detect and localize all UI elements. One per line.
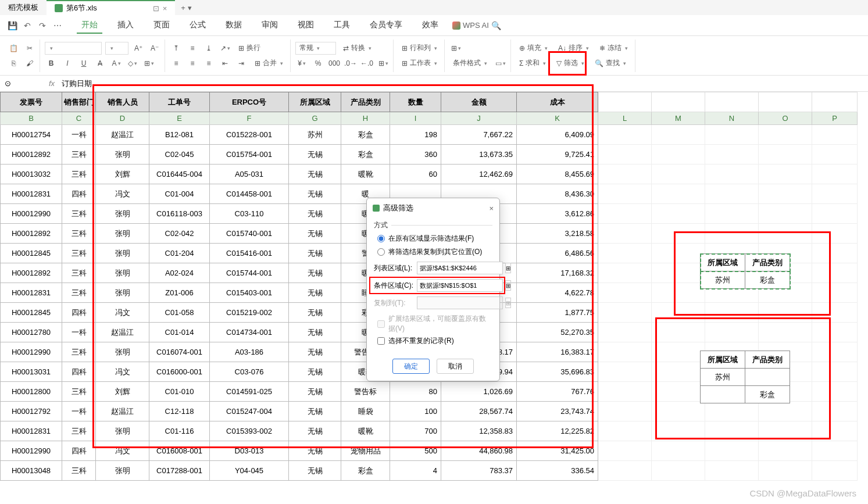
freeze-button[interactable]: ❄ 冻结 [596,42,631,55]
menu-review[interactable]: 审阅 [257,17,283,34]
cell[interactable]: C015247-004 [210,402,289,421]
table-row[interactable]: H00013048三科张明C017288-001Y04-045无锡彩盒4783.… [1,461,858,481]
cell[interactable]: C015228-001 [210,125,289,145]
col-header[interactable]: H [341,112,390,125]
cell[interactable]: 一科 [62,125,96,145]
currency-icon[interactable]: ¥ [295,57,308,70]
cell[interactable]: C016008-001 [149,441,210,461]
col-header[interactable]: F [210,112,289,125]
cell[interactable]: 赵温江 [96,402,149,421]
cell[interactable]: 三科 [62,204,96,224]
cell[interactable]: 四科 [62,184,96,204]
tab-template[interactable]: 稻壳模板 [0,0,47,15]
cell[interactable]: 无锡 [289,402,341,421]
cell[interactable]: 3,612.86 [517,204,598,224]
menu-efficiency[interactable]: 效率 [417,17,443,34]
cell[interactable]: H00012892 [1,224,62,244]
col-header[interactable]: O [759,112,812,125]
cell[interactable]: 无锡 [289,165,341,184]
col-header[interactable]: B [1,112,62,125]
cell[interactable]: C016074-001 [149,342,210,362]
cell[interactable]: 赵温江 [96,323,149,342]
cell[interactable]: 767.76 [517,382,598,402]
cell[interactable]: 张明 [96,204,149,224]
cell[interactable]: 3,218.58 [517,224,598,244]
cell[interactable]: 12,225.82 [517,421,598,441]
rowcol-button[interactable]: ⊞ 行和列 [398,42,441,55]
cell[interactable]: 12,462.69 [441,165,517,184]
cell[interactable]: H00013048 [1,461,62,481]
cell[interactable]: 彩盒 [341,125,390,145]
cell[interactable]: 彩盒 [341,145,390,165]
cell[interactable]: Y04-045 [210,461,289,481]
cell[interactable]: 张明 [96,263,149,283]
cell[interactable]: 无锡 [289,224,341,244]
cell[interactable]: H00012800 [1,382,62,402]
cell[interactable]: 张明 [96,342,149,362]
cell[interactable]: 暖靴 [341,421,390,441]
cell[interactable]: H00013032 [1,165,62,184]
type-convert-icon[interactable]: ⊞ [377,57,390,70]
crit2-r0c1[interactable] [745,369,790,386]
menu-formula[interactable]: 公式 [185,17,210,34]
cell[interactable]: 苏州 [289,125,341,145]
cell[interactable]: 三科 [62,382,96,402]
col-header[interactable]: L [598,112,652,125]
cell[interactable]: 三科 [62,283,96,303]
cell[interactable]: 三科 [62,421,96,441]
merge-button[interactable]: ⊞ 合并 [251,57,287,70]
cell[interactable]: 52,270.35 [517,323,598,342]
cell[interactable]: 4,622.78 [517,283,598,303]
cell[interactable]: H00012845 [1,303,62,323]
cell[interactable]: C01-004 [149,184,210,204]
cell[interactable]: 四科 [62,441,96,461]
cell[interactable]: C015754-001 [210,145,289,165]
cell[interactable]: 张明 [96,421,149,441]
cut-icon[interactable]: ✂ [23,42,36,55]
cell[interactable]: 冯文 [96,362,149,382]
name-box[interactable]: ⊙ [5,79,45,88]
cell[interactable]: C02-042 [149,224,210,244]
cell[interactable]: H00012831 [1,283,62,303]
cell[interactable]: 一科 [62,402,96,421]
list-range-input[interactable] [417,262,503,274]
decimal-dec-icon[interactable]: ←.0 [360,57,373,70]
cell[interactable]: 100 [390,402,441,421]
cell[interactable]: 35,696.83 [517,362,598,382]
cell[interactable]: C12-118 [149,402,210,421]
align-left-icon[interactable]: ≡ [170,57,183,70]
cell[interactable]: C01-116 [149,421,210,441]
cell[interactable]: H00012892 [1,263,62,283]
font-shrink-icon[interactable]: A⁻ [148,42,161,55]
cell[interactable]: 张明 [96,283,149,303]
cell[interactable]: 睡袋 [341,402,390,421]
underline-icon[interactable]: U [77,57,90,70]
cell[interactable]: H00012845 [1,244,62,263]
cell[interactable]: 冯文 [96,441,149,461]
cell[interactable]: C014734-001 [210,323,289,342]
cell[interactable]: Z01-006 [149,283,210,303]
convert-button[interactable]: ⇄ 转换 [340,42,375,55]
crit2-r1c1[interactable]: 彩盒 [745,386,790,403]
table-row[interactable]: H00013032三科刘辉C016445-004A05-031无锡暖靴6012,… [1,165,858,184]
cell[interactable]: 无锡 [289,342,341,362]
cell[interactable]: A02-024 [149,263,210,283]
menu-start[interactable]: 开始 [77,17,102,34]
fill-button[interactable]: ⊕ 填充 [516,42,551,55]
cell[interactable]: C01-204 [149,244,210,263]
indent-inc-icon[interactable]: ⇥ [235,57,248,70]
table-row[interactable]: H00012754一科赵温江B12-081C015228-001苏州彩盒1987… [1,125,858,145]
cell[interactable]: C014458-001 [210,184,289,204]
dialog-close-icon[interactable]: × [489,204,494,213]
cell[interactable]: H00012990 [1,441,62,461]
table-row[interactable]: H00012990四科冯文C016008-001D03-013无锡宠物用品500… [1,441,858,461]
cell[interactable]: 6,409.09 [517,125,598,145]
cell[interactable]: 张明 [96,224,149,244]
cell[interactable]: 8,436.30 [517,184,598,204]
cell[interactable]: 4 [390,461,441,481]
cell[interactable]: 无锡 [289,145,341,165]
cell[interactable]: 无锡 [289,461,341,481]
more-icon[interactable]: ⋯ [50,18,65,33]
indent-dec-icon[interactable]: ⇤ [219,57,231,70]
cell[interactable]: 无锡 [289,323,341,342]
